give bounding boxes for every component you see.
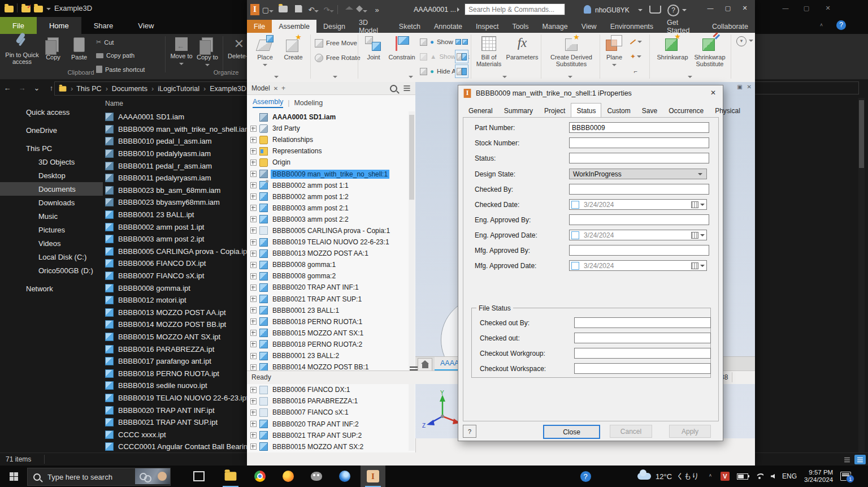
wifi-icon[interactable] (756, 473, 763, 479)
breadcrumb-item[interactable]: Documents (112, 85, 158, 93)
inventor-tab[interactable]: Assemble (272, 20, 316, 33)
ribbon-display-options-chevron[interactable] (749, 40, 753, 42)
explorer-tab[interactable]: Share (81, 17, 126, 34)
tree-node-label[interactable]: Representations (271, 146, 323, 156)
hide-all-button[interactable]: ●Hide All (420, 64, 459, 78)
expand-plus-icon[interactable] (250, 443, 257, 450)
clock[interactable]: 9:57 PM 3/24/2024 (804, 469, 833, 484)
cut-button[interactable]: ✂Cut (96, 38, 114, 46)
help-menu-chevron[interactable] (682, 9, 687, 11)
calendar-dropdown-icon[interactable] (691, 262, 705, 269)
tree-node[interactable]: BBBB0020 TRAP ANT INF:1 (248, 282, 409, 293)
tree-node-label[interactable]: BBBB0008 gomma:2 (271, 271, 337, 281)
tree-node-label[interactable]: BBBB0005 CARLINGA prova - Copia:1 (271, 226, 392, 235)
expand-plus-icon[interactable] (250, 330, 257, 336)
plane-button[interactable]: Plane (602, 35, 627, 67)
eng-approved-date-input[interactable]: 3/24/2024 (569, 230, 707, 240)
save-icon[interactable] (292, 5, 305, 14)
tree-node-label[interactable]: BBBB0003 amm post 2:1 (271, 204, 350, 213)
isolate-icon[interactable] (455, 50, 468, 63)
expand-plus-icon[interactable] (250, 227, 257, 234)
copy-to-button[interactable]: Copy to (196, 37, 219, 67)
search-highlight-image[interactable] (135, 468, 170, 484)
simplification-panel-chevron[interactable] (688, 76, 692, 78)
quick-access-properties-icon[interactable] (21, 5, 31, 15)
tree-node[interactable]: AAAA0001 SD1.iam (248, 111, 409, 123)
expand-plus-icon[interactable] (250, 171, 257, 177)
tree-node[interactable]: BBBB0008 gomma:2 (248, 270, 409, 282)
sidebar-item[interactable]: Downloads (0, 196, 103, 209)
ucs-icon[interactable]: ⌐ (629, 64, 643, 78)
move-to-button[interactable]: ← Move to (170, 37, 193, 66)
taskbar-explorer-button[interactable] (218, 466, 243, 487)
expand-plus-icon[interactable] (250, 216, 257, 222)
expand-plus-icon[interactable] (250, 421, 257, 427)
tree-node-label[interactable]: BBBB0001 23 BALL:2 (271, 351, 341, 360)
manage-panel-chevron[interactable] (502, 76, 507, 78)
taskbar-gimp-button[interactable] (304, 466, 329, 487)
expand-plus-icon[interactable] (250, 126, 257, 132)
sidebar-item[interactable]: 3D Objects (0, 155, 103, 169)
taskbar-firefox-button[interactable] (276, 466, 301, 487)
eng-approved-date-checkbox[interactable] (571, 231, 579, 239)
expand-plus-icon[interactable] (250, 364, 257, 370)
tree-node-label[interactable]: BBBB0002 amm post 1:2 (271, 192, 350, 201)
create-derived-substitutes-button[interactable]: ★ Create Derived Substitutes (545, 35, 597, 67)
calendar-dropdown-icon[interactable] (691, 232, 705, 239)
paste-button[interactable]: Paste (67, 37, 92, 61)
tree-node-label[interactable]: BBBB0016 PARABREZZA:1 (271, 397, 359, 406)
checked-out-input[interactable] (574, 333, 711, 343)
joint-button[interactable]: Joint (359, 35, 388, 61)
sidebar-item[interactable]: OneDrive (0, 123, 103, 137)
pin-to-quick-access-button[interactable]: Pin to Quick access (5, 37, 40, 65)
tree-node[interactable]: BBBB0020 TRAP ANT INF:2 (248, 419, 409, 430)
inventor-tab[interactable]: Tools (505, 20, 535, 33)
design-state-select[interactable]: WorkInProgress (569, 169, 707, 179)
inventor-tab[interactable]: Manage (536, 20, 575, 33)
document-switcher[interactable]: AAAA0001 ... (414, 6, 456, 14)
recent-locations-chevron[interactable] (29, 84, 44, 92)
tree-node-label[interactable]: BBBB0020 TRAP ANT INF:1 (271, 283, 361, 292)
back-icon[interactable]: ← (0, 84, 15, 92)
mfg-approved-by-input[interactable] (569, 245, 709, 256)
redo-icon[interactable]: ↷ (322, 6, 336, 14)
expand-plus-icon[interactable] (250, 137, 257, 143)
sidebar-item[interactable]: This PC (0, 141, 103, 155)
weather-widget[interactable]: 12°C くもり (637, 466, 699, 487)
shrinkwrap-substitute-button[interactable]: Shrinkwrap Substitute (691, 35, 728, 67)
taskbar-chrome-button[interactable] (248, 466, 272, 487)
tree-node[interactable]: BBBB0021 TRAP ANT SUP:1 (248, 294, 409, 305)
tree-node-label[interactable]: BBBB0019 TELAIO NUOVO 22-6-23:1 (271, 238, 391, 247)
inventor-tab[interactable]: Sketch (392, 20, 427, 33)
place-button[interactable]: Place (250, 35, 280, 67)
tree-node[interactable]: Representations (248, 145, 409, 157)
mdi-restore-icon[interactable]: ▣ (737, 84, 742, 90)
taskbar-search-input[interactable] (46, 472, 133, 482)
sidebar-item[interactable]: Quick access (0, 105, 103, 119)
scrollbar-thumb[interactable] (859, 100, 864, 168)
taskbar-inventor-button[interactable]: I (361, 466, 385, 487)
document-switcher-arrow[interactable] (457, 7, 459, 12)
taskbar-blue-app-button[interactable] (332, 466, 357, 487)
expand-plus-icon[interactable] (250, 148, 257, 154)
toolbar-overflow-chevrons[interactable]: » (370, 6, 384, 14)
hidden-icons-chevron[interactable] (708, 472, 713, 480)
task-view-button[interactable] (186, 466, 211, 487)
browser-tab-model[interactable]: Model (251, 84, 270, 92)
sidebar-item[interactable]: Music (0, 209, 103, 223)
tree-node-label[interactable]: 3rd Party (271, 124, 302, 133)
status-input[interactable] (569, 153, 709, 163)
tree-node[interactable]: BBBB0002 amm post 1:2 (248, 191, 409, 202)
scrollbar-thumb[interactable] (409, 115, 414, 200)
details-view-button[interactable] (841, 455, 853, 464)
explorer-scrollbar[interactable] (858, 98, 865, 452)
show-button[interactable]: ●Show (420, 35, 453, 49)
tree-node-label[interactable]: BBBB0009 man_with_trike_no_shell:1 (271, 170, 389, 179)
tree-node-label[interactable]: BBBB0013 MOZZO POST AA:1 (271, 249, 370, 258)
inventor-close-button[interactable] (736, 0, 753, 16)
tree-node[interactable]: BBBB0015 MOZZO ANT SX:1 (248, 327, 409, 339)
new-file-icon[interactable]: ▢ (261, 6, 275, 14)
expand-plus-icon[interactable] (250, 285, 257, 291)
explorer-close-button[interactable] (819, 0, 836, 16)
expand-plus-icon[interactable] (250, 182, 257, 188)
